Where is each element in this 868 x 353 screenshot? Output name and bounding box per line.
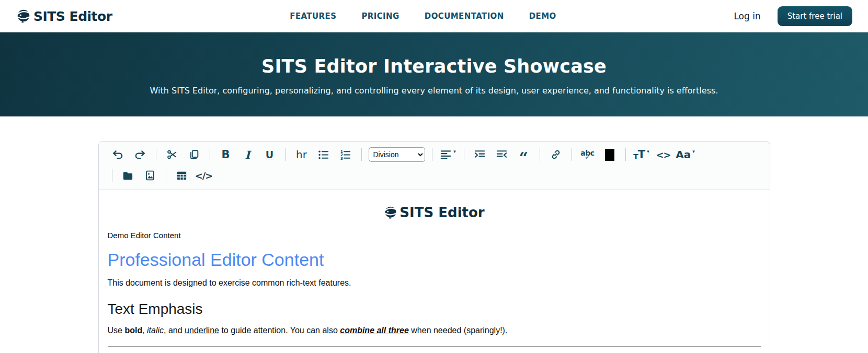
document-horizontal-rule [108,346,761,347]
document-logo: SITS Editor [108,205,761,220]
document-heading: Professional Editor Content [108,250,761,270]
horizontal-rule-button[interactable]: hr [292,146,311,163]
link-button[interactable] [546,146,565,163]
underline-icon: U [266,149,273,160]
align-button[interactable]: ▾ [439,146,458,163]
code-block-button[interactable]: </> [195,167,213,184]
text-segment-combined: combine all three [340,326,409,335]
insert-table-button[interactable] [173,167,191,184]
color-swatch-icon [605,149,614,161]
numbered-list-button[interactable]: 123 [336,146,355,163]
align-left-icon [440,149,452,161]
toolbar-row-2: </> [107,165,761,186]
insert-image-button[interactable] [141,167,159,184]
chevron-down-icon: ▾ [647,149,649,154]
spellcheck-button[interactable]: abc ✓ [578,146,597,163]
text-color-button[interactable] [600,146,619,163]
toolbar-separator [112,169,112,182]
inline-code-icon: <> [656,149,670,160]
image-icon [144,170,156,181]
horizontal-rule-icon: hr [296,148,307,161]
bullet-list-button[interactable] [314,146,333,163]
main-nav: FEATURES PRICING DOCUMENTATION DEMO [112,11,734,21]
text-segment: , and [164,326,185,335]
cut-button[interactable] [163,146,181,163]
toolbar-separator [572,148,572,161]
nav-link-documentation[interactable]: DOCUMENTATION [425,11,504,21]
document-paragraph: This document is designed to exercise co… [108,278,761,288]
brand-logo-text: SITS Editor [33,9,112,24]
italic-icon: I [245,148,250,161]
nav-link-pricing[interactable]: PRICING [361,11,399,21]
toolbar-separator [166,169,166,182]
underline-button[interactable]: U [260,146,279,163]
font-size-icon: T T [633,148,645,161]
login-link[interactable]: Log in [734,11,760,21]
blockquote-button[interactable]: “ [515,146,533,163]
inline-code-button[interactable]: <> [654,146,673,163]
font-family-button[interactable]: Aa ▾ [676,146,695,163]
text-segment-italic: italic [147,326,164,335]
svg-text:3: 3 [340,156,343,161]
copy-button[interactable] [185,146,203,163]
chevron-down-icon: ▾ [692,149,695,154]
open-file-button[interactable] [119,167,138,184]
toolbar-separator [625,148,626,161]
copy-icon [188,149,200,160]
text-segment: when needed (sparingly!). [409,326,508,335]
spellcheck-icon: abc ✓ [580,149,594,160]
emphasis-paragraph: Use bold, italic, and underline to guide… [108,326,761,335]
start-free-trial-button[interactable]: Start free trial [778,6,852,26]
redo-button[interactable] [131,146,150,163]
document-intro-text: Demo Editor Content [108,231,761,240]
hero-banner: SITS Editor Interactive Showcase With SI… [0,32,868,116]
document-subheading: Text Emphasis [108,301,761,317]
text-segment: , [142,326,147,335]
undo-button[interactable] [109,146,128,163]
hero-subtitle: With SITS Editor, configuring, personali… [150,86,718,96]
toolbar-separator [464,148,464,161]
outdent-icon [496,149,508,161]
editor-toolbar: B I U hr 123 Division ▾ [99,142,770,190]
block-format-select[interactable]: Division [369,147,425,162]
outdent-button[interactable] [493,146,511,163]
nav-link-features[interactable]: FEATURES [290,11,336,21]
nav-right-group: Log in Start free trial [734,6,852,26]
toolbar-separator [432,148,432,161]
code-block-icon: </> [195,170,213,181]
editor-content-area[interactable]: SITS Editor Demo Editor Content Professi… [99,190,770,347]
link-icon [550,149,562,160]
table-icon [176,170,188,182]
toolbar-separator [540,148,540,161]
undo-icon [112,149,124,161]
text-segment: to guide attention. You can also [219,326,340,335]
editor-card: B I U hr 123 Division ▾ [98,141,770,353]
bold-icon: B [221,148,230,161]
text-segment-underline: underline [185,326,219,335]
chevron-down-icon: ▾ [453,149,456,154]
nav-link-demo[interactable]: DEMO [529,11,556,21]
bullet-list-icon [317,149,329,161]
toolbar-separator [210,148,210,161]
blockquote-icon: “ [519,155,528,161]
document-logo-icon [383,205,398,220]
brand-logo[interactable]: SITS Editor [16,8,112,24]
numbered-list-icon: 123 [339,149,351,161]
document-logo-text: SITS Editor [399,205,484,220]
indent-icon [474,149,486,161]
bold-button[interactable]: B [216,146,235,163]
toolbar-row-1: B I U hr 123 Division ▾ [107,144,761,165]
brand-logo-icon [16,8,31,24]
text-segment: Use [108,326,125,335]
redo-icon [134,149,146,161]
hero-title: SITS Editor Interactive Showcase [261,56,607,77]
indent-button[interactable] [471,146,489,163]
toolbar-separator [361,148,362,161]
font-family-icon: Aa [676,148,691,161]
top-navbar: SITS Editor FEATURES PRICING DOCUMENTATI… [0,0,868,32]
toolbar-separator [285,148,286,161]
scissors-icon [166,149,178,160]
italic-button[interactable]: I [238,146,257,163]
font-size-button[interactable]: T T ▾ [632,146,651,163]
text-segment-bold: bold [124,326,142,335]
